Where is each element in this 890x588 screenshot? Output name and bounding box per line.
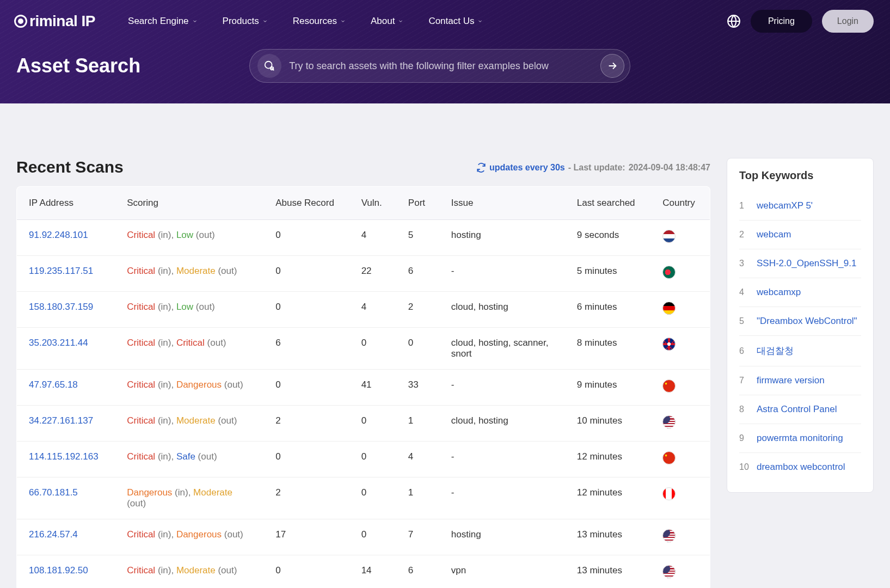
ip-link[interactable]: 66.70.181.5 (29, 487, 78, 498)
column-header: Abuse Record (263, 187, 349, 220)
country-cell (650, 555, 710, 589)
abuse-cell: 17 (263, 519, 349, 555)
nav-item-contact-us[interactable]: Contact Us (428, 16, 483, 27)
search-submit-button[interactable] (600, 54, 624, 78)
search-input[interactable] (289, 60, 600, 72)
column-header: IP Address (17, 187, 115, 220)
keyword-text[interactable]: dreambox webcontrol (757, 462, 845, 473)
search-bar[interactable] (249, 49, 630, 83)
nav-item-resources[interactable]: Resources (293, 16, 346, 27)
keyword-rank: 10 (739, 462, 749, 472)
keyword-text[interactable]: "Dreambox WebControl" (757, 316, 857, 327)
ip-link[interactable]: 47.97.65.18 (29, 379, 78, 390)
ip-link[interactable]: 216.24.57.4 (29, 529, 78, 540)
keyword-item[interactable]: 7firmware version (739, 366, 861, 395)
country-cell (650, 477, 710, 519)
keyword-item[interactable]: 5"Dreambox WebControl" (739, 307, 861, 336)
issue-cell: - (439, 477, 565, 519)
table-row: 108.181.92.50 Critical (in), Moderate (o… (17, 555, 710, 589)
update-interval: updates every 30s (489, 163, 565, 173)
scoring-cell: Dangerous (in), Moderate (out) (115, 477, 263, 519)
login-button[interactable]: Login (822, 10, 874, 33)
vuln-cell: 0 (349, 406, 396, 442)
keyword-item[interactable]: 1webcamXP 5' (739, 192, 861, 220)
keyword-item[interactable]: 10dreambox webcontrol (739, 453, 861, 481)
nav-label: About (371, 16, 395, 27)
score-out: Moderate (176, 415, 216, 426)
table-row: 158.180.37.159 Critical (in), Low (out) … (17, 292, 710, 328)
keyword-item[interactable]: 4webcamxp (739, 278, 861, 307)
issue-cell: cloud, hosting (439, 292, 565, 328)
keyword-item[interactable]: 2webcam (739, 220, 861, 249)
flag-icon (662, 565, 676, 578)
keyword-text[interactable]: webcam (757, 229, 791, 240)
last-cell: 12 minutes (565, 442, 650, 477)
keyword-item[interactable]: 3SSH-2.0_OpenSSH_9.1 (739, 249, 861, 278)
section-title: Recent Scans (16, 158, 124, 176)
ip-link[interactable]: 119.235.117.51 (29, 266, 93, 276)
top-keywords-card: Top Keywords 1webcamXP 5'2webcam3SSH-2.0… (727, 158, 874, 493)
keyword-text[interactable]: webcamxp (757, 287, 801, 298)
search-icon (263, 60, 275, 72)
port-cell: 0 (396, 328, 439, 370)
score-dir: (in), (158, 415, 176, 426)
scoring-cell: Critical (in), Dangerous (out) (115, 370, 263, 406)
ip-link[interactable]: 35.203.211.44 (29, 338, 88, 348)
issue-cell: vpn (439, 555, 565, 589)
sidebar: Top Keywords 1webcamXP 5'2webcam3SSH-2.0… (727, 158, 874, 588)
score-in: Critical (127, 565, 155, 575)
country-cell (650, 442, 710, 477)
issue-cell: hosting (439, 220, 565, 256)
last-cell: 13 minutes (565, 555, 650, 589)
keyword-text[interactable]: powermta monitoring (757, 433, 843, 444)
score-dir: (in), (158, 451, 176, 462)
keyword-text[interactable]: 대검찰청 (757, 345, 794, 357)
ip-link[interactable]: 158.180.37.159 (29, 302, 93, 312)
nav-item-products[interactable]: Products (223, 16, 268, 27)
port-cell: 33 (396, 370, 439, 406)
keyword-item[interactable]: 6대검찰청 (739, 336, 861, 366)
scoring-cell: Critical (in), Low (out) (115, 220, 263, 256)
keyword-rank: 2 (739, 230, 749, 240)
score-dir: (out) (196, 230, 215, 240)
port-cell: 7 (396, 519, 439, 555)
card-title: Top Keywords (739, 169, 861, 182)
keyword-text[interactable]: firmware version (757, 375, 825, 386)
scoring-cell: Critical (in), Critical (out) (115, 328, 263, 370)
keyword-item[interactable]: 9powermta monitoring (739, 424, 861, 453)
vuln-cell: 4 (349, 292, 396, 328)
keyword-text[interactable]: webcamXP 5' (757, 200, 813, 211)
flag-icon (662, 487, 676, 500)
vuln-cell: 0 (349, 442, 396, 477)
hero: Asset Search (0, 33, 890, 83)
keyword-text[interactable]: Astra Control Panel (757, 404, 837, 415)
nav-item-about[interactable]: About (371, 16, 403, 27)
ip-link[interactable]: 108.181.92.50 (29, 565, 88, 575)
vuln-cell: 14 (349, 555, 396, 589)
page-title: Asset Search (16, 54, 140, 77)
globe-icon[interactable] (727, 14, 741, 28)
country-cell (650, 220, 710, 256)
vuln-cell: 22 (349, 256, 396, 292)
keyword-item[interactable]: 8Astra Control Panel (739, 395, 861, 424)
pricing-button[interactable]: Pricing (751, 10, 812, 33)
score-dir: (in), (158, 338, 176, 348)
logo[interactable]: riminal IP (13, 13, 95, 30)
header: riminal IP Search EngineProductsResource… (0, 0, 890, 103)
ip-link[interactable]: 34.227.161.137 (29, 415, 93, 426)
country-cell (650, 292, 710, 328)
ip-link[interactable]: 114.115.192.163 (29, 451, 99, 462)
nav-item-search-engine[interactable]: Search Engine (128, 16, 198, 27)
column-header: Vuln. (349, 187, 396, 220)
last-cell: 6 minutes (565, 292, 650, 328)
scoring-cell: Critical (in), Moderate (out) (115, 555, 263, 589)
section-title-row: Recent Scans updates every 30s - Last up… (16, 158, 710, 176)
country-cell (650, 406, 710, 442)
last-cell: 10 minutes (565, 406, 650, 442)
abuse-cell: 0 (263, 292, 349, 328)
vuln-cell: 0 (349, 519, 396, 555)
ip-link[interactable]: 91.92.248.101 (29, 230, 88, 240)
keyword-text[interactable]: SSH-2.0_OpenSSH_9.1 (757, 258, 856, 269)
score-out: Moderate (193, 487, 232, 498)
top-nav: riminal IP Search EngineProductsResource… (0, 0, 890, 33)
